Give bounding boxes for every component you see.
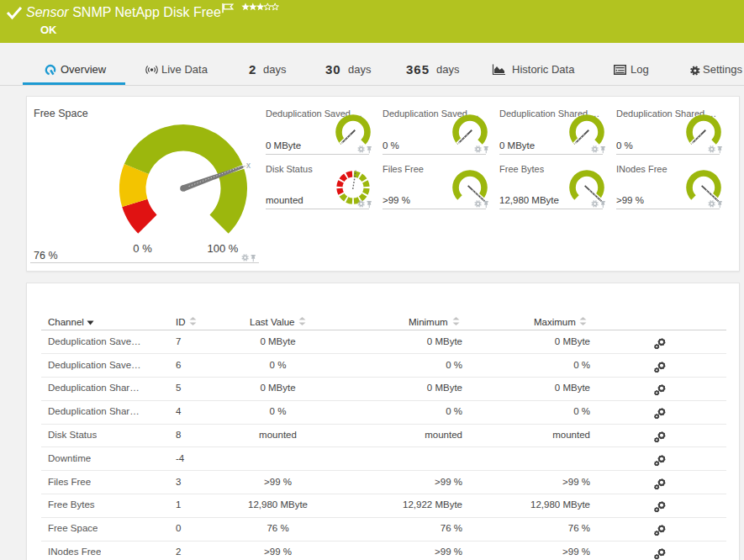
svg-text:x: x <box>246 161 251 170</box>
